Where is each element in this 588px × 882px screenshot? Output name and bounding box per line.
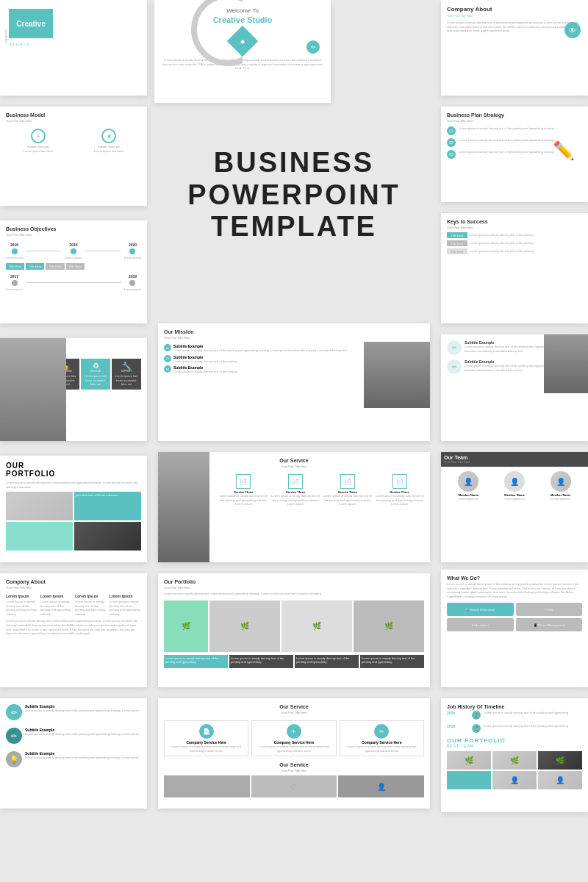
port-img-1: 🌿: [164, 600, 208, 652]
service-col-4: 📄 Service Three Lorem ipsum is simply du…: [375, 474, 424, 506]
btn-information[interactable]: ℹ Information: [447, 618, 514, 631]
svc-icon-2: ✈: [287, 724, 301, 739]
our-service-bb: Our Service Your Post Title Here: [164, 762, 424, 772]
sub-ex-3: 💡 Subtitle Example Lorem ipsum is simply…: [6, 751, 141, 767]
avatar-1: 👤: [458, 471, 478, 492]
pr-cell-3: 🌿: [538, 751, 582, 770]
slide-business-plan: Business Plan Strategy Your Post Title H…: [441, 107, 588, 202]
tl-2018: 2018 Lorem ipsum: [65, 243, 82, 260]
service-cols: 📄 Service Three Lorem ipsum is simply du…: [219, 474, 424, 506]
jh-item-2015: 2015 🚶 Lorem ipsum is simply dummy text …: [447, 711, 582, 720]
ks-row-2: Title Here Lorem ipsum is simply dummy t…: [447, 240, 582, 246]
ca-col-3: Lorem Ipsum Lorem ipsum is simply dummy …: [75, 594, 107, 616]
se-icon-1: ✏: [447, 340, 462, 355]
service-col-1: 📄 Service Three Lorem ipsum is simply du…: [219, 474, 268, 506]
port-img-4: 🌿: [354, 600, 424, 652]
title-badges: Title Here Title Here Title Here Title H…: [6, 263, 141, 270]
member-1: 👤 Member Name Lorem ipsum is: [447, 471, 490, 501]
team-title: Our Team: [444, 455, 585, 460]
bm-subtitle: Your Post Title Here: [6, 119, 141, 123]
portfolio-bars: Lorem ipsum is simply dummy text of the …: [164, 653, 424, 668]
ca-col-4: Lorem Ipsum Lorem ipsum is simply dummy …: [110, 594, 141, 616]
svc-card-1: 📄 Company Service Here Lorem ipsum is si…: [164, 720, 248, 756]
svc-card-3: ✏ Company Service Here Lorem ipsum is si…: [340, 720, 424, 756]
service-man-image: [158, 452, 209, 562]
pencil-icon: ✏: [306, 40, 320, 54]
svc-bottom-title: Our Service: [164, 704, 424, 709]
main-title: BUSINESS POWERPOINT TEMPLATE: [169, 147, 419, 243]
portfolio-center-subtitle: Your Post Title Here: [164, 586, 424, 589]
sub-ex-icon-2: ✏: [6, 728, 22, 744]
avatar-2: 👤: [504, 471, 525, 492]
team-header: Our Team Your Post Title Here: [441, 452, 588, 467]
slide-our-portfolio-left: OURPORTFOLIO Lorem ipsum is simply dummy…: [0, 456, 147, 562]
member-2: 👤 Member Name Lorem ipsum is: [493, 471, 537, 501]
port-img-2: 🌿: [209, 600, 280, 652]
svc-cards: 📄 Company Service Here Lorem ipsum is si…: [164, 720, 424, 756]
tl-2016: 2016 Lorem ipsum: [6, 243, 23, 260]
ca-bottom-subtitle: Your Post Title Here: [6, 586, 141, 589]
service-col-2: 📄 Service Three Lorem ipsum is simply du…: [271, 474, 320, 506]
ks-row-1: Title Here Lorem ipsum is simply dummy t…: [447, 232, 582, 238]
jh-icon-1: 🚶: [472, 711, 481, 720]
man-image: [0, 338, 66, 441]
wwd-buttons[interactable]: 🔍 Search Information ✏ Edit ℹ Informatio…: [447, 603, 582, 631]
slide-business-model: Business Model Your Post Title Here + Su…: [0, 107, 147, 206]
mountain-image: [544, 334, 588, 393]
slide-creative-studio: WEBSITE Creative Studio: [0, 0, 147, 96]
bm-title: Business Model: [6, 112, 141, 118]
jh-title: Job History Of Timeline: [447, 704, 582, 709]
slide-subtitle-examples-bottom: ✏ Subtitle Example Lorem ipsum is simply…: [0, 698, 147, 808]
company-about-body: Lorem ipsum is simply dummy text of the …: [447, 21, 582, 33]
bo-subtitle: Your Post Title Here: [6, 233, 141, 237]
bm-icon-star: ★ Subtitle Example Lorem ipsum has been: [76, 129, 141, 153]
port-img-3: 🌿: [282, 600, 352, 652]
slide-our-service-bottom: Our Service Your Post Title Here 📄 Compa…: [158, 698, 430, 808]
pg-cell-1: [6, 492, 73, 520]
bm-icon-plus: + Subtitle Example Lorem ipsum has been: [6, 129, 71, 153]
pr-cell-5: 👤: [492, 771, 537, 789]
wwd-right-title: What We Do?: [447, 576, 582, 581]
company-about-subtitle: Your Post Title Here: [447, 14, 582, 18]
team-subtitle: Your Post Title Here: [444, 460, 585, 464]
team-members: 👤 Member Name Lorem ipsum is 👤 Member Na…: [447, 471, 582, 501]
svc-icon-3: ✏: [374, 724, 389, 739]
slide-our-portfolio-center: Our Portfolio Your Post Title Here Lorem…: [158, 573, 430, 687]
portfolio-center-body: Lorem ipsum is simply dummy text of the …: [164, 592, 424, 596]
btn-phone[interactable]: 📱 Phone Management: [516, 618, 583, 631]
sub-ex-2: ✏ Subtitle Example Lorem ipsum is simply…: [6, 728, 141, 744]
logo-box: Creative: [9, 9, 53, 38]
center-title: BUSINESS POWERPOINT TEMPLATE: [169, 147, 419, 243]
se-icon-2: ✏: [447, 359, 462, 374]
tl-line-2: [85, 251, 121, 251]
tl-line: [26, 251, 62, 251]
pg-cell-3: [6, 522, 73, 551]
ks-title: Keys to Success: [447, 219, 582, 224]
mission-subtitle: Your Post Title Here: [164, 336, 424, 340]
slide-keys-success: Keys to Success Your Post Title Here Tit…: [441, 213, 588, 323]
best-team-label: BEST TEAM: [447, 744, 582, 748]
icon-support: 🔧 SUPPORT Lorem ipsum has been summatte …: [112, 359, 141, 390]
wheel-circle: [191, 0, 243, 66]
jh-icon-2: 🚶: [472, 724, 481, 733]
pr-cell-4: [447, 771, 491, 789]
icon-recycle: ♻ RECYCLE Lorem ipsum has been summatte …: [81, 359, 110, 390]
slide-what-we-do-left: What We Do? Your Post Title Here 💪 LIVES…: [0, 338, 147, 441]
slide-business-objectives: Business Objectives Your Post Title Here…: [0, 220, 147, 323]
vertical-website-text: WEBSITE: [4, 29, 8, 43]
slide-company-about-bottom: Company About Your Post Title Here Lorem…: [0, 573, 147, 687]
our-portfolio-right-section: OUR PORTFOLIO BEST TEAM 🌿 🌿 🌿 👤 👤: [447, 737, 582, 789]
service-col-3: 📄 Service Three Lorem ipsum is simply du…: [323, 474, 373, 506]
ks-subtitle: Your Post Title Here: [447, 226, 582, 229]
ks-items: Title Here Lorem ipsum is simply dummy t…: [447, 232, 582, 254]
pr-cell-6: 👤: [538, 771, 582, 789]
pg-cell-4: [74, 522, 141, 551]
sub-ex-icon-3: 💡: [6, 751, 22, 767]
logo-studio: Studio: [9, 42, 138, 46]
btn-edit[interactable]: ✏ Edit: [516, 603, 583, 616]
btn-search-info[interactable]: 🔍 Search Information: [447, 603, 514, 616]
slide-what-we-do-right: What We Do? Lorem ipsum is simply dummy …: [441, 570, 588, 687]
jh-item-2016a: 2016 🚶 Lorem ipsum is simply dummy text …: [447, 724, 582, 733]
portfolio-center-title: Our Portfolio: [164, 579, 424, 584]
bp-title: Business Plan Strategy: [447, 112, 582, 118]
